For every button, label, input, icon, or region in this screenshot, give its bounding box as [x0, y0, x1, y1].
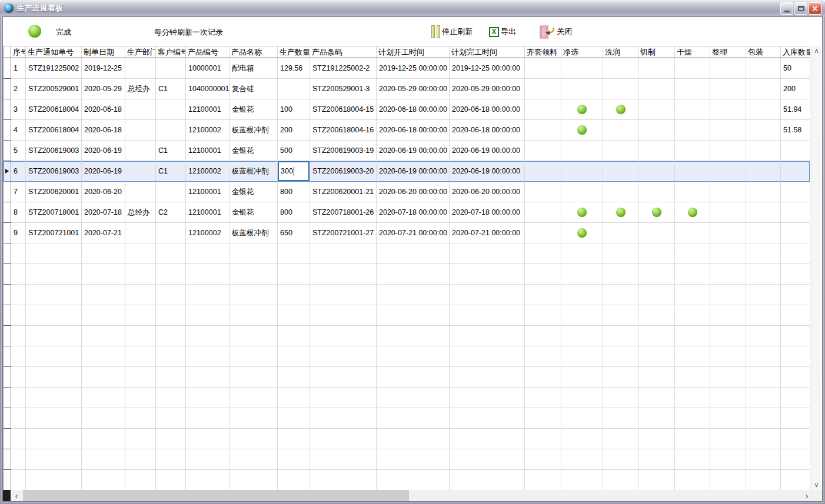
cell-arranging[interactable] — [710, 182, 746, 202]
col-seq[interactable]: 序号 — [11, 46, 26, 58]
cell-plan-start-time[interactable]: 2019-12-25 00:00:00 — [377, 58, 450, 79]
cell-arranging[interactable] — [710, 141, 746, 161]
cell-barcode[interactable]: STZ200619003-19 — [310, 141, 377, 161]
cell-inbound-qty[interactable]: 50 — [781, 58, 810, 79]
cell-plan-start-time[interactable]: 2020-06-18 00:00:00 — [377, 120, 450, 141]
cell-department[interactable] — [125, 99, 156, 120]
cell-product-no[interactable]: 12100002 — [186, 120, 229, 141]
cell-material-pick[interactable] — [525, 58, 561, 79]
cell-cutting[interactable] — [638, 223, 675, 243]
cell-cleaning[interactable] — [561, 79, 603, 99]
cell-notice-no[interactable]: STZ200619003 — [26, 141, 82, 161]
cell-washing[interactable] — [603, 161, 638, 182]
cell-department[interactable]: 总经办 — [125, 79, 156, 99]
cell-order-date[interactable]: 2020-06-19 — [82, 161, 125, 182]
cell-cleaning[interactable] — [561, 58, 603, 79]
cell-packing[interactable] — [746, 223, 781, 243]
cell-product-name[interactable]: 板蓝根冲剂 — [229, 120, 278, 141]
cell-product-no[interactable]: 12100001 — [186, 202, 229, 223]
cell-material-pick[interactable] — [525, 99, 561, 120]
cell-seq[interactable]: 4 — [11, 120, 26, 141]
cell-order-date[interactable]: 2020-06-19 — [82, 141, 125, 161]
cell-drying[interactable] — [675, 58, 710, 79]
cell-product-name[interactable]: 板蓝根冲剂 — [229, 223, 278, 243]
cell-inbound-qty[interactable]: 51.58 — [781, 120, 810, 141]
cell-washing[interactable] — [603, 58, 638, 79]
cell-drying[interactable] — [675, 79, 710, 99]
cell-cutting[interactable] — [638, 58, 675, 79]
cell-cleaning[interactable] — [561, 99, 603, 120]
cell-product-no[interactable]: 12100001 — [186, 99, 229, 120]
cell-order-date[interactable]: 2020-06-18 — [82, 99, 125, 120]
row-indicator[interactable] — [4, 161, 11, 182]
cell-seq[interactable]: 1 — [11, 58, 26, 79]
cell-qty[interactable]: 800 — [278, 182, 310, 202]
cell-customer-no[interactable] — [156, 99, 186, 120]
cell-arranging[interactable] — [710, 161, 746, 182]
cell-arranging[interactable] — [710, 58, 746, 79]
cell-product-name[interactable]: 复合硅 — [229, 79, 278, 99]
cell-seq[interactable]: 5 — [11, 141, 26, 161]
cell-customer-no[interactable]: C1 — [156, 161, 186, 182]
cell-notice-no[interactable]: STZ191225002 — [26, 58, 82, 79]
col-cleaning[interactable]: 净选 — [561, 46, 603, 58]
cell-drying[interactable] — [675, 161, 710, 182]
cell-barcode[interactable]: STZ200620001-21 — [310, 182, 377, 202]
cell-notice-no[interactable]: STZ200718001 — [26, 202, 82, 223]
cell-seq[interactable]: 3 — [11, 99, 26, 120]
scroll-up-icon[interactable]: ∧ — [811, 46, 821, 56]
cell-cutting[interactable] — [638, 161, 675, 182]
cell-inbound-qty[interactable] — [781, 141, 810, 161]
col-product-no[interactable]: 产品编号 — [186, 46, 229, 58]
cell-customer-no[interactable] — [156, 120, 186, 141]
cell-product-name[interactable]: 板蓝根冲剂 — [229, 161, 278, 182]
cell-customer-no[interactable]: C2 — [156, 202, 186, 223]
cell-order-date[interactable]: 2020-07-21 — [82, 223, 125, 243]
cell-material-pick[interactable] — [525, 141, 561, 161]
cell-order-date[interactable]: 2020-07-18 — [82, 202, 125, 223]
cell-plan-finish-time[interactable]: 2020-07-18 00:00:00 — [450, 202, 525, 223]
cell-drying[interactable] — [675, 202, 710, 223]
cell-plan-start-time[interactable]: 2020-06-19 00:00:00 — [377, 141, 450, 161]
cell-arranging[interactable] — [710, 223, 746, 243]
export-button[interactable]: X 导出 — [489, 24, 516, 39]
cell-plan-finish-time[interactable]: 2020-06-19 00:00:00 — [450, 161, 525, 182]
cell-inbound-qty[interactable] — [781, 161, 810, 182]
cell-washing[interactable] — [603, 141, 638, 161]
col-drying[interactable]: 干燥 — [675, 46, 710, 58]
cell-inbound-qty[interactable] — [781, 202, 810, 223]
cell-cutting[interactable] — [638, 141, 675, 161]
cell-cleaning[interactable] — [561, 141, 603, 161]
cell-notice-no[interactable]: STZ200721001 — [26, 223, 82, 243]
cell-customer-no[interactable] — [156, 58, 186, 79]
cell-material-pick[interactable] — [525, 120, 561, 141]
scroll-down-icon[interactable]: ∨ — [811, 480, 821, 490]
cell-plan-start-time[interactable]: 2020-07-21 00:00:00 — [377, 223, 450, 243]
cell-packing[interactable] — [746, 182, 781, 202]
cell-cutting[interactable] — [638, 120, 675, 141]
cell-qty[interactable]: 200 — [278, 120, 310, 141]
col-packing[interactable]: 包装 — [746, 46, 781, 58]
cell-qty[interactable]: 650 — [278, 223, 310, 243]
cell-barcode[interactable]: STZ200721001-27 — [310, 223, 377, 243]
col-cutting[interactable]: 切制 — [638, 46, 675, 58]
cell-material-pick[interactable] — [525, 202, 561, 223]
qty-editor[interactable]: 300 — [278, 161, 310, 181]
cell-material-pick[interactable] — [525, 182, 561, 202]
cell-cutting[interactable] — [638, 202, 675, 223]
cell-plan-start-time[interactable]: 2020-06-20 00:00:00 — [377, 182, 450, 202]
cell-cleaning[interactable] — [561, 120, 603, 141]
cell-packing[interactable] — [746, 120, 781, 141]
cell-inbound-qty[interactable] — [781, 182, 810, 202]
col-inbound-qty[interactable]: 入库数量 — [781, 46, 810, 58]
cell-plan-finish-time[interactable]: 2020-06-18 00:00:00 — [450, 120, 525, 141]
cell-product-no[interactable]: 12100002 — [186, 223, 229, 243]
cell-notice-no[interactable]: STZ200619003 — [26, 161, 82, 182]
cell-qty[interactable]: 300 — [278, 161, 310, 182]
cell-department[interactable] — [125, 161, 156, 182]
cell-seq[interactable]: 2 — [11, 79, 26, 99]
cell-notice-no[interactable]: STZ200618004 — [26, 120, 82, 141]
cell-product-name[interactable]: 配电箱 — [229, 58, 278, 79]
scroll-right-icon[interactable]: › — [801, 490, 812, 501]
cell-department[interactable] — [125, 58, 156, 79]
